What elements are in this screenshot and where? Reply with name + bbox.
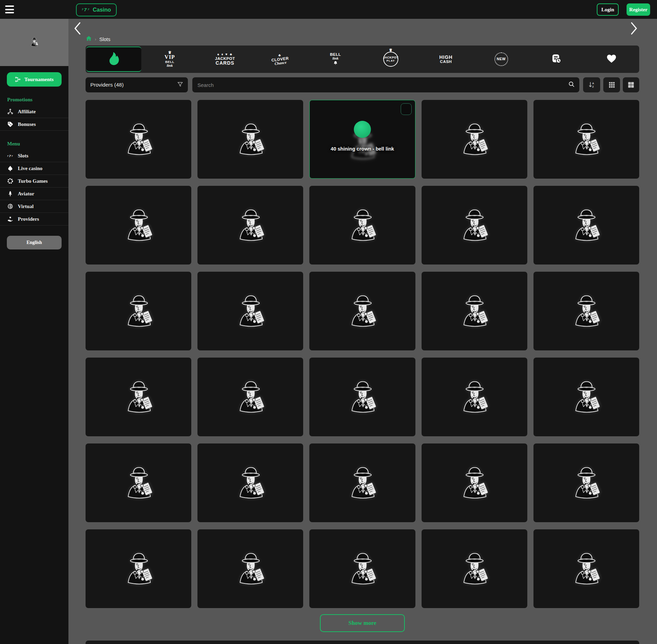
next-chevron-icon[interactable] (629, 22, 639, 33)
game-tile[interactable] (309, 529, 415, 608)
sidebar-item-aviator[interactable]: Aviator (0, 188, 68, 200)
svg-text:7: 7 (12, 155, 13, 157)
tournaments-button[interactable]: Tournaments (7, 72, 62, 87)
footer-card (86, 641, 639, 644)
tab-bell-link[interactable]: BELLlink (308, 46, 363, 73)
gentleman-placeholder-art (342, 548, 383, 588)
game-tile[interactable] (86, 358, 191, 436)
game-tile[interactable] (86, 186, 191, 265)
svg-text:7: 7 (88, 8, 89, 11)
game-tile[interactable] (422, 186, 527, 265)
top-bar: 777 Casino Login Register (0, 0, 657, 19)
section-header-menu: Menu (7, 141, 68, 147)
sidebar-item-live-casino[interactable]: Live casino (0, 162, 68, 175)
game-grid: 40 shining crown - bell link (86, 100, 639, 608)
tournaments-label: Tournaments (24, 77, 53, 82)
language-button[interactable]: English (7, 236, 62, 249)
search-icon[interactable] (568, 81, 575, 89)
sidebar-logo-area (0, 19, 68, 66)
grid-small-view-button[interactable] (603, 77, 620, 92)
tab-jackpot-play[interactable]: ♛JACKPOTPLAY (363, 46, 418, 73)
gentleman-placeholder-art (342, 290, 383, 331)
tab-recent[interactable] (529, 46, 584, 73)
game-tile[interactable] (422, 272, 527, 350)
game-tile[interactable] (197, 443, 303, 522)
game-tile[interactable] (86, 100, 191, 179)
back-chevron-icon[interactable] (73, 22, 83, 33)
game-tile[interactable] (533, 529, 639, 608)
providers-filter-dropdown[interactable]: Providers (48) (86, 77, 188, 92)
sidebar-item-virtual[interactable]: Virtual (0, 200, 68, 213)
game-thumbnail (118, 462, 159, 504)
tile-checkbox[interactable] (401, 103, 412, 115)
game-tile[interactable] (422, 100, 527, 179)
gentleman-placeholder-art (454, 376, 494, 416)
tab-clover-chance[interactable]: ♣CLOVERChance (253, 46, 308, 73)
game-thumbnail (230, 462, 271, 504)
game-tile[interactable] (197, 272, 303, 350)
game-tile[interactable] (533, 443, 639, 522)
game-tile[interactable] (309, 272, 415, 350)
home-icon[interactable] (86, 36, 92, 43)
game-tile[interactable] (86, 272, 191, 350)
login-button[interactable]: Login (597, 3, 619, 16)
game-tile[interactable] (422, 529, 527, 608)
sidebar-item-label: Turbo Games (18, 178, 48, 184)
game-tile[interactable] (197, 358, 303, 436)
gentleman-placeholder-art (454, 548, 494, 588)
tab-new[interactable]: NEW (474, 46, 529, 73)
game-tile[interactable] (533, 272, 639, 350)
show-more-button[interactable]: Show more (320, 614, 405, 632)
play-button[interactable] (354, 121, 371, 138)
gentleman-placeholder-art (454, 204, 494, 245)
sidebar-item-providers[interactable]: Providers (0, 213, 68, 226)
live-casino-icon (7, 165, 13, 171)
game-tile[interactable] (197, 186, 303, 265)
tab-high-cash[interactable]: HIGHCASH (418, 46, 473, 73)
tab-vip-bell-link[interactable]: ♛VIPBELLlink (142, 46, 197, 73)
breadcrumb-separator: › (95, 37, 96, 42)
game-tile[interactable] (309, 358, 415, 436)
main-content: › Slots ♛VIPBELLlink♠ ♦ ♥ ♣JACKPOTCARDS♣… (68, 19, 657, 644)
casino-home-button[interactable]: 777 Casino (76, 3, 117, 16)
history-icon (551, 53, 562, 65)
game-tile[interactable] (309, 443, 415, 522)
register-button[interactable]: Register (627, 3, 650, 16)
tab-logo-vip-bell-link: ♛VIPBELLlink (165, 51, 175, 67)
game-tile[interactable] (86, 529, 191, 608)
sort-button[interactable]: AZ (583, 77, 600, 92)
gentleman-placeholder-art (342, 462, 383, 502)
tab-hot[interactable] (86, 47, 141, 72)
sidebar-item-affiliate[interactable]: Affiliate (0, 105, 68, 118)
grid-large-view-button[interactable] (623, 77, 639, 92)
tab-jackpot-cards[interactable]: ♠ ♦ ♥ ♣JACKPOTCARDS (197, 46, 253, 73)
game-tile-hovered[interactable]: 40 shining crown - bell link (309, 100, 415, 179)
game-tile[interactable] (533, 186, 639, 265)
hamburger-menu-icon[interactable] (5, 5, 15, 14)
game-thumbnail (566, 204, 606, 246)
game-tile[interactable] (422, 358, 527, 436)
svg-text:7: 7 (9, 154, 11, 158)
game-tile[interactable] (86, 443, 191, 522)
game-thumbnail (342, 376, 383, 418)
game-tile[interactable] (197, 529, 303, 608)
game-tile[interactable] (422, 443, 527, 522)
gentleman-placeholder-art (118, 204, 159, 245)
game-tile[interactable] (309, 186, 415, 265)
game-tile[interactable] (533, 100, 639, 179)
search-input[interactable] (197, 82, 568, 88)
game-thumbnail (342, 204, 383, 246)
game-thumbnail (454, 376, 494, 418)
sidebar-item-turbo-games[interactable]: Turbo Games (0, 175, 68, 188)
sidebar-item-label: Bonuses (18, 121, 36, 127)
sidebar-item-bonuses[interactable]: Bonuses (0, 118, 68, 131)
gentleman-placeholder-art (342, 204, 383, 245)
game-thumbnail (566, 462, 606, 504)
gentleman-placeholder-art (566, 548, 606, 588)
game-thumbnail (342, 290, 383, 332)
tab-favorites[interactable] (584, 46, 639, 73)
game-tile[interactable] (533, 358, 639, 436)
search-bar (192, 77, 579, 92)
sidebar-item-slots[interactable]: 777Slots (0, 150, 68, 162)
game-tile[interactable] (197, 100, 303, 179)
